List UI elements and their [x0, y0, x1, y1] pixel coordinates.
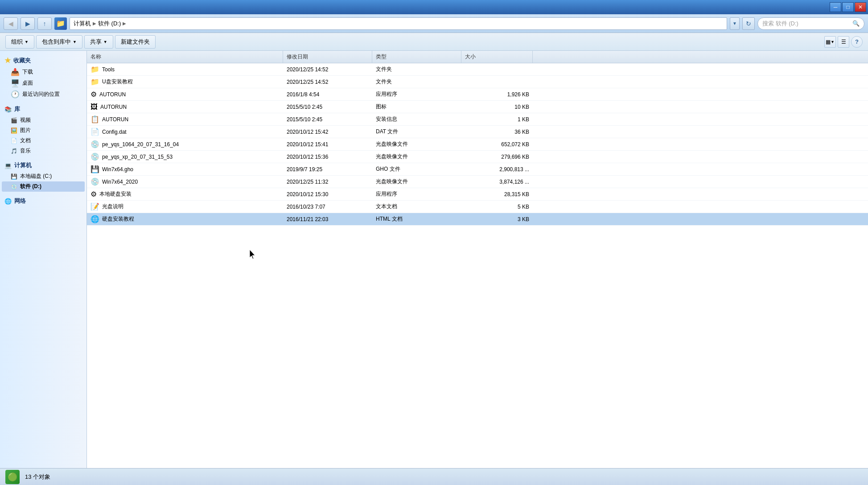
col-header-name[interactable]: 名称 [87, 51, 283, 63]
include-dropdown-icon: ▼ [73, 40, 77, 44]
view-button[interactable]: ▦ ▼ [824, 36, 836, 48]
sidebar-computer-header[interactable]: 💻 计算机 [2, 160, 85, 171]
help-button[interactable]: ? [851, 36, 863, 48]
file-type-cell: 文件夹 [372, 66, 461, 73]
organize-button[interactable]: 组织 ▼ [5, 35, 34, 49]
file-icon: 🌐 [91, 215, 99, 223]
file-date-cell: 2020/12/25 14:52 [283, 79, 372, 85]
file-name: pe_yqs_xp_20_07_31_15_53 [102, 154, 173, 160]
file-name-cell: 💿 pe_yqs_xp_20_07_31_15_53 [87, 152, 283, 161]
include-button[interactable]: 包含到库中 ▼ [36, 35, 82, 49]
download-label: 下载 [22, 68, 33, 76]
file-type-cell: 安装信息 [372, 115, 461, 123]
file-icon: 📁 [91, 65, 99, 74]
sidebar-library-header[interactable]: 📚 库 [2, 103, 85, 115]
file-size-cell: 1,926 KB [461, 91, 533, 98]
sidebar-network-header[interactable]: 🌐 网络 [2, 195, 85, 207]
file-type-cell: 应用程序 [372, 190, 461, 198]
address-path[interactable]: 计算机 ▶ 软件 (D:) ▶ [70, 17, 727, 30]
file-size-cell: 652,072 KB [461, 141, 533, 148]
file-date-cell: 2015/5/10 2:45 [283, 104, 372, 110]
file-icon: 💿 [91, 152, 99, 161]
up-button[interactable]: ↑ [37, 17, 52, 30]
file-name: AUTORUN [102, 116, 128, 123]
file-type-cell: 光盘映像文件 [372, 178, 461, 185]
file-icon: 🖼 [91, 103, 98, 111]
path-computer: 计算机 [74, 20, 91, 28]
file-date-cell: 2016/10/23 7:07 [283, 204, 372, 210]
recent-icon: 🕐 [11, 90, 20, 99]
table-row[interactable]: ⚙ 本地硬盘安装 2020/10/12 15:30 应用程序 28,315 KB [87, 188, 868, 201]
file-type-cell: 文本文档 [372, 203, 461, 210]
images-icon: 🖼️ [11, 127, 17, 134]
file-size-cell: 279,696 KB [461, 154, 533, 160]
file-icon: ⚙ [91, 190, 97, 198]
table-row[interactable]: 💿 pe_yqs_1064_20_07_31_16_04 2020/10/12 … [87, 138, 868, 151]
sidebar-item-docs[interactable]: 📄 文档 [2, 136, 85, 146]
forward-button[interactable]: ▶ [21, 17, 35, 30]
search-icon: 🔍 [852, 20, 860, 27]
table-row[interactable]: 📝 光盘说明 2016/10/23 7:07 文本文档 5 KB [87, 201, 868, 213]
sidebar-item-images[interactable]: 🖼️ 图片 [2, 125, 85, 136]
sidebar-item-recent[interactable]: 🕐 最近访问的位置 [2, 89, 85, 100]
file-icon: 📋 [91, 115, 99, 123]
file-icon: 📄 [91, 127, 99, 136]
software-disk-label: 软件 (D:) [20, 183, 41, 190]
table-row[interactable]: 📁 U盘安装教程 2020/12/25 14:52 文件夹 [87, 76, 868, 88]
file-type-cell: 光盘映像文件 [372, 153, 461, 160]
search-box[interactable]: 搜索 软件 (D:) 🔍 [757, 17, 864, 30]
help-icon: ? [855, 38, 859, 45]
file-icon: 💾 [91, 165, 99, 173]
table-row[interactable]: 💾 Win7x64.gho 2019/9/7 19:25 GHO 文件 2,90… [87, 163, 868, 176]
file-name: Tools [102, 66, 115, 73]
sidebar-computer-section: 💻 计算机 💾 本地磁盘 (C:) 💿 软件 (D:) [2, 160, 85, 192]
library-icon: 📚 [4, 106, 12, 113]
refresh-button[interactable]: ↻ [742, 17, 755, 30]
sidebar-item-music[interactable]: 🎵 音乐 [2, 146, 85, 156]
minimize-button[interactable]: ─ [830, 2, 841, 12]
table-row[interactable]: 📄 Config.dat 2020/10/12 15:42 DAT 文件 36 … [87, 126, 868, 138]
table-row[interactable]: 💿 pe_yqs_xp_20_07_31_15_53 2020/10/12 15… [87, 151, 868, 163]
back-button[interactable]: ◀ [4, 17, 18, 30]
col-header-type[interactable]: 类型 [372, 51, 461, 63]
share-button[interactable]: 共享 ▼ [84, 35, 113, 49]
table-row[interactable]: 🌐 硬盘安装教程 2016/11/21 22:03 HTML 文档 3 KB [87, 213, 868, 226]
file-name-cell: 🌐 硬盘安装教程 [87, 215, 283, 223]
file-date-cell: 2020/12/25 14:52 [283, 66, 372, 73]
sidebar-item-local-disk[interactable]: 💾 本地磁盘 (C:) [2, 171, 85, 181]
search-placeholder: 搜索 软件 (D:) [762, 20, 798, 28]
file-date-cell: 2016/11/21 22:03 [283, 216, 372, 222]
address-dropdown[interactable]: ▼ [730, 17, 740, 30]
table-row[interactable]: 💿 Win7x64_2020 2020/12/25 11:32 光盘映像文件 3… [87, 176, 868, 188]
sidebar-item-software-disk[interactable]: 💿 软件 (D:) [2, 181, 85, 192]
table-row[interactable]: 🖼 AUTORUN 2015/5/10 2:45 图标 10 KB [87, 101, 868, 113]
back-icon: ◀ [8, 20, 13, 27]
new-folder-button[interactable]: 新建文件夹 [115, 35, 156, 49]
col-header-date[interactable]: 修改日期 [283, 51, 372, 63]
up-icon: ↑ [43, 20, 46, 27]
sidebar-item-desktop[interactable]: 🖥️ 桌面 [2, 78, 85, 89]
addressbar: ◀ ▶ ↑ 📁 计算机 ▶ 软件 (D:) ▶ ▼ ↻ 搜索 软件 (D:) 🔍 [0, 14, 868, 33]
library-label: 库 [14, 105, 20, 113]
file-name-cell: ⚙ AUTORUN [87, 90, 283, 99]
file-icon: 📝 [91, 202, 99, 211]
sidebar-item-video[interactable]: 🎬 视频 [2, 115, 85, 125]
file-date-cell: 2015/5/10 2:45 [283, 116, 372, 123]
col-header-size[interactable]: 大小 [461, 51, 533, 63]
titlebar: ─ □ ✕ [0, 0, 868, 14]
file-type-cell: HTML 文档 [372, 215, 461, 223]
file-icon: ⚙ [91, 90, 97, 99]
table-row[interactable]: 📋 AUTORUN 2015/5/10 2:45 安装信息 1 KB [87, 113, 868, 126]
file-icon: 📁 [91, 78, 99, 86]
maximize-button[interactable]: □ [842, 2, 854, 12]
close-button[interactable]: ✕ [855, 2, 866, 12]
table-row[interactable]: ⚙ AUTORUN 2016/1/8 4:54 应用程序 1,926 KB [87, 88, 868, 101]
file-size-cell: 36 KB [461, 129, 533, 135]
details-view-button[interactable]: ☰ [838, 36, 849, 48]
file-name: U盘安装教程 [102, 78, 133, 86]
file-size-cell: 5 KB [461, 204, 533, 210]
sidebar-item-download[interactable]: 📥 下载 [2, 66, 85, 78]
forward-icon: ▶ [25, 20, 30, 27]
sidebar-favorites-header[interactable]: ★ 收藏夹 [2, 54, 85, 66]
table-row[interactable]: 📁 Tools 2020/12/25 14:52 文件夹 [87, 63, 868, 76]
